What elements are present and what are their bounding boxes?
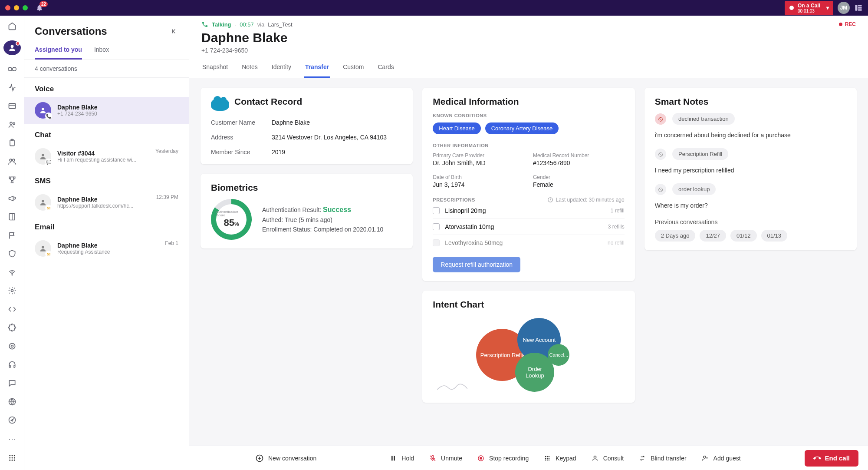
activity-icon[interactable]	[7, 83, 17, 92]
stop-recording-button[interactable]: Stop recording	[477, 454, 529, 462]
chat-icon[interactable]	[7, 379, 17, 388]
wifi-icon[interactable]	[7, 268, 17, 277]
conversation-name: Daphne Blake	[57, 196, 150, 203]
tab-transfer[interactable]: Transfer	[304, 59, 330, 78]
call-controls-footer: New conversation Hold Unmute Stop record…	[189, 446, 868, 470]
conversation-preview: Hi I am requesting assistance wi...	[57, 157, 149, 163]
inbox-icon[interactable]	[7, 102, 17, 111]
tab-notes[interactable]: Notes	[241, 59, 259, 78]
condition-chip[interactable]: Coronary Artery Disease	[485, 122, 559, 134]
date-chip[interactable]: 01/13	[761, 230, 788, 242]
compass-icon[interactable]	[7, 416, 17, 425]
tab-custom[interactable]: Custom	[342, 59, 365, 78]
card-title: Contact Record	[234, 96, 302, 107]
minimize-window-icon[interactable]	[14, 5, 19, 10]
checkbox[interactable]	[433, 207, 440, 214]
shield-icon[interactable]	[7, 249, 17, 258]
voicemail-icon[interactable]	[7, 65, 17, 74]
email-conversation-item[interactable]: ✉ Daphne Blake Requesting Assistance Feb…	[24, 235, 189, 262]
clipboard-icon[interactable]	[7, 139, 17, 148]
tab-cards[interactable]: Cards	[377, 59, 395, 78]
svg-point-5	[10, 45, 13, 48]
clock-icon	[547, 197, 553, 203]
code-icon[interactable]	[7, 305, 17, 314]
note-text: i'm concerned about being declined for a…	[655, 132, 846, 139]
intent-tag[interactable]: declined transaction	[672, 113, 735, 125]
enrollment-text: Enrollment Status: Completed on 2020.01.…	[262, 226, 383, 233]
date-chip[interactable]: 12/27	[700, 230, 726, 242]
date-chip[interactable]: 01/12	[730, 230, 757, 242]
collapse-panel-icon[interactable]	[171, 27, 178, 35]
window-controls[interactable]	[5, 5, 28, 10]
intent-tag[interactable]: Perscription Refill	[672, 148, 728, 160]
more-icon[interactable]: ⋯	[7, 434, 17, 444]
call-status-pill[interactable]: On a Call 00:01:03 ▾	[785, 1, 833, 15]
svg-point-11	[13, 122, 15, 124]
prescription-row[interactable]: Lisinopril 20mg 1 refill	[433, 203, 624, 219]
gear-icon[interactable]	[7, 286, 17, 295]
tab-identity[interactable]: Identity	[271, 59, 292, 78]
settings-icon[interactable]	[7, 342, 17, 351]
conversations-nav-icon[interactable]	[3, 40, 21, 55]
notifications-icon[interactable]: 22	[36, 4, 43, 12]
globe-icon[interactable]	[7, 397, 17, 406]
date-chip[interactable]: 2 Days ago	[655, 230, 696, 242]
prescription-row[interactable]: Atorvastatin 10mg 3 refills	[433, 219, 624, 235]
close-window-icon[interactable]	[5, 5, 10, 10]
panel-toggle-icon[interactable]	[854, 3, 863, 12]
puzzle-icon[interactable]	[7, 323, 17, 332]
new-conversation-button[interactable]: New conversation	[255, 454, 316, 463]
svg-point-51	[704, 456, 706, 458]
team-icon[interactable]	[7, 157, 17, 166]
apps-grid-icon[interactable]	[7, 453, 17, 462]
hold-button[interactable]: Hold	[389, 454, 414, 462]
tab-snapshot[interactable]: Snapshot	[201, 59, 229, 78]
avatar-icon: ✉	[35, 194, 51, 211]
contact-phone: +1 724-234-9650	[201, 47, 856, 54]
trophy-icon[interactable]	[7, 175, 17, 185]
tab-assigned-to-you[interactable]: Assigned to you	[35, 42, 82, 60]
sms-conversation-item[interactable]: ✉ Daphne Blake https://support.talkdesk.…	[24, 189, 189, 216]
end-call-button[interactable]: End call	[805, 450, 858, 467]
chevron-down-icon: ▾	[826, 5, 829, 11]
headset-icon[interactable]	[7, 360, 17, 369]
request-refill-button[interactable]: Request refill authorization	[433, 257, 520, 272]
field-label: Customer Name	[211, 119, 272, 126]
field-value: 2019	[272, 149, 402, 156]
card-title: Medical Information	[433, 96, 624, 107]
voice-conversation-item[interactable]: 📞 Daphne Blake +1 724-234-9650	[24, 97, 189, 124]
main-panel: Talking · 00:57 via Lars_Test REC Daphne…	[189, 16, 868, 470]
keypad-button[interactable]: Keypad	[543, 454, 576, 462]
rec-dot-icon	[839, 23, 842, 26]
field-label: Member Since	[211, 149, 272, 156]
svg-rect-40	[480, 457, 482, 459]
checkbox[interactable]	[433, 223, 440, 230]
section-heading: KNOWN CONDITIONS	[433, 113, 624, 118]
tab-inbox[interactable]: Inbox	[94, 42, 109, 60]
mic-off-icon	[429, 454, 437, 462]
condition-chip[interactable]: Heart Disease	[433, 122, 480, 134]
conversation-name: Daphne Blake	[57, 104, 178, 111]
contacts-icon[interactable]	[7, 120, 17, 129]
intent-tag[interactable]: order lookup	[672, 183, 716, 195]
avatar-icon: 💬	[35, 148, 51, 165]
via-label: via	[257, 21, 265, 28]
flag-icon[interactable]	[7, 231, 17, 240]
home-icon[interactable]	[7, 22, 17, 31]
megaphone-icon[interactable]	[7, 194, 17, 203]
svg-point-44	[545, 457, 546, 459]
medical-info-card: Medical Information KNOWN CONDITIONS Hea…	[422, 88, 635, 281]
book-icon[interactable]	[7, 212, 17, 222]
blind-transfer-button[interactable]: Blind transfer	[638, 454, 686, 462]
biometrics-card: Biometrics Authentication Score 85% Auth…	[201, 174, 413, 248]
chat-conversation-item[interactable]: 💬 Visitor #3044 Hi I am requesting assis…	[24, 143, 189, 170]
add-guest-button[interactable]: Add guest	[701, 454, 741, 462]
user-avatar[interactable]: JM	[838, 2, 850, 14]
prescription-row[interactable]: Levothyroxina 50mcg no refill	[433, 235, 624, 251]
svg-point-22	[9, 455, 10, 456]
unmute-button[interactable]: Unmute	[429, 454, 462, 462]
consult-button[interactable]: Consult	[591, 454, 624, 462]
intent-bubble[interactable]: Cancel...	[548, 344, 569, 366]
maximize-window-icon[interactable]	[23, 5, 28, 10]
svg-point-16	[12, 275, 13, 275]
